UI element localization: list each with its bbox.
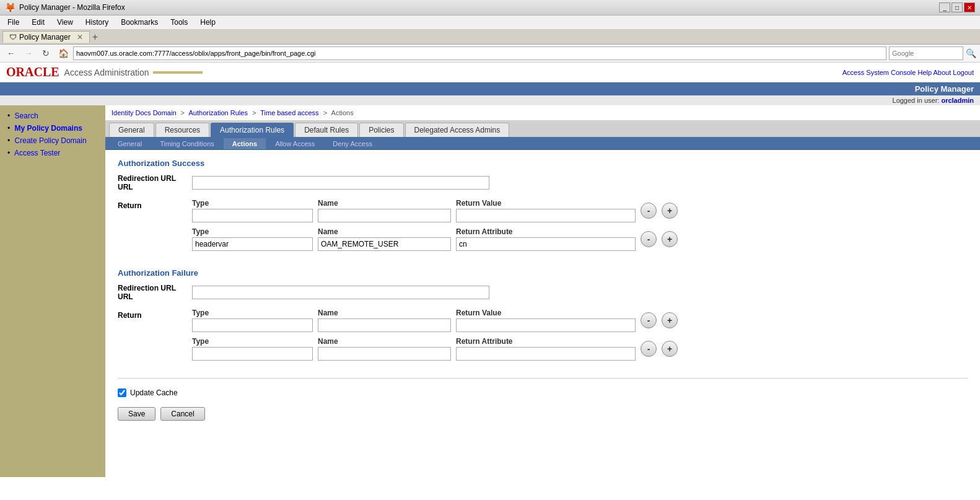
firefox-icon: 🦊 xyxy=(5,2,15,12)
sidebar-item-search[interactable]: • Search xyxy=(7,112,100,120)
success-remove-btn-1[interactable]: - xyxy=(641,203,657,219)
tab-default-rules[interactable]: Default Rules xyxy=(295,123,358,137)
tab-sec-general[interactable]: General xyxy=(109,138,151,149)
tab-authorization-rules[interactable]: Authorization Rules xyxy=(211,123,294,137)
home-button[interactable]: 🏠 xyxy=(56,46,71,60)
auth-failure-title: Authorization Failure xyxy=(118,268,968,278)
success-return-label: Return xyxy=(118,199,192,210)
menu-file[interactable]: File xyxy=(2,17,24,28)
failure-col-name-header-2: Name xyxy=(318,337,451,346)
search-go-icon[interactable]: 🔍 xyxy=(966,48,976,58)
link-help[interactable]: Help xyxy=(917,69,932,76)
success-return-value-input-1[interactable] xyxy=(456,209,636,222)
link-access-system-console[interactable]: Access System Console xyxy=(842,69,916,76)
main-layout: • Search • My Policy Domains • Create Po… xyxy=(0,105,980,477)
oracle-subtitle: Access Administration xyxy=(64,68,149,77)
url-input[interactable] xyxy=(73,46,886,60)
cancel-button[interactable]: Cancel xyxy=(160,407,204,421)
success-name-input-1[interactable] xyxy=(318,209,451,222)
tab-sec-actions[interactable]: Actions xyxy=(224,138,266,149)
sidebar-item-my-policy-domains[interactable]: • My Policy Domains xyxy=(7,124,100,133)
address-bar: ← → ↻ 🏠 🔍 xyxy=(0,45,980,63)
auth-failure-section: Authorization Failure Redirection URL UR… xyxy=(118,268,968,366)
link-logout[interactable]: Logout xyxy=(953,69,974,76)
tab-close-icon[interactable]: ✕ xyxy=(77,33,83,42)
failure-add-btn-1[interactable]: + xyxy=(662,312,678,328)
success-col-return-value-header: Return Value xyxy=(456,199,636,208)
logged-in-prefix: Logged in user: xyxy=(893,97,940,104)
tab-sec-timing[interactable]: Timing Conditions xyxy=(151,138,223,149)
success-type-input-2[interactable] xyxy=(192,237,313,251)
success-return-row-2: Type Name Return Attribute - xyxy=(192,227,968,251)
new-tab-button[interactable]: + xyxy=(92,32,98,43)
close-button[interactable]: ✕ xyxy=(964,2,975,12)
failure-return-attr-input-2[interactable] xyxy=(456,347,636,361)
failure-col-type-header-2: Type xyxy=(192,337,313,346)
menu-view[interactable]: View xyxy=(52,17,78,28)
maximize-button[interactable]: □ xyxy=(952,2,963,12)
failure-return-label: Return xyxy=(118,309,192,320)
failure-remove-btn-1[interactable]: - xyxy=(641,312,657,328)
browser-title: Policy Manager - Mozilla Firefox xyxy=(19,3,125,12)
menu-edit[interactable]: Edit xyxy=(27,17,50,28)
tab-resources[interactable]: Resources xyxy=(155,123,209,137)
breadcrumb-auth-rules[interactable]: Authorization Rules xyxy=(189,109,248,116)
failure-return-row-1: Type Name Return Value - xyxy=(192,309,968,332)
sidebar-item-create-policy-domain[interactable]: • Create Policy Domain xyxy=(7,136,100,145)
reload-button[interactable]: ↻ xyxy=(38,46,53,60)
menu-bar: File Edit View History Bookmarks Tools H… xyxy=(0,15,980,30)
secondary-tabs: General Timing Conditions Actions Allow … xyxy=(105,138,980,150)
link-about[interactable]: About xyxy=(934,69,952,76)
browser-titlebar: 🦊 Policy Manager - Mozilla Firefox _ □ ✕ xyxy=(0,0,980,15)
success-col-name-header-2: Name xyxy=(318,227,451,236)
menu-help[interactable]: Help xyxy=(195,17,221,28)
failure-col-name-header: Name xyxy=(318,309,451,317)
success-remove-btn-2[interactable]: - xyxy=(641,231,657,247)
sidebar-item-access-tester[interactable]: • Access Tester xyxy=(7,149,100,157)
failure-type-input-2[interactable] xyxy=(192,347,313,361)
success-type-input-1[interactable] xyxy=(192,209,313,222)
primary-tabs: General Resources Authorization Rules De… xyxy=(105,120,980,138)
failure-name-input-2[interactable] xyxy=(318,347,451,361)
update-cache-checkbox[interactable] xyxy=(118,388,126,397)
separator xyxy=(118,378,968,379)
success-add-btn-1[interactable]: + xyxy=(662,203,678,219)
success-redirect-input[interactable] xyxy=(192,176,489,190)
success-return-attr-input-2[interactable] xyxy=(456,237,636,251)
forward-button[interactable]: → xyxy=(21,46,36,60)
menu-tools[interactable]: Tools xyxy=(165,17,193,28)
search-input[interactable] xyxy=(889,46,963,60)
content-area: Identity Docs Domain > Authorization Rul… xyxy=(105,105,980,477)
menu-history[interactable]: History xyxy=(81,17,113,28)
failure-name-input-1[interactable] xyxy=(318,318,451,332)
failure-add-btn-2[interactable]: + xyxy=(662,341,678,357)
form-content: Authorization Success Redirection URL UR… xyxy=(105,150,980,429)
back-button[interactable]: ← xyxy=(4,46,19,60)
tab-sec-deny-access[interactable]: Deny Access xyxy=(324,138,381,149)
auth-success-section: Authorization Success Redirection URL UR… xyxy=(118,159,968,256)
failure-type-input-1[interactable] xyxy=(192,318,313,332)
window-controls: _ □ ✕ xyxy=(939,2,975,12)
tab-general[interactable]: General xyxy=(109,123,154,137)
breadcrumb-identity-docs[interactable]: Identity Docs Domain xyxy=(112,109,177,116)
success-name-input-2[interactable] xyxy=(318,237,451,251)
save-button[interactable]: Save xyxy=(118,407,155,421)
breadcrumb-time-based[interactable]: Time based access xyxy=(260,109,318,116)
menu-bookmarks[interactable]: Bookmarks xyxy=(116,17,163,28)
tab-label: Policy Manager xyxy=(19,33,71,42)
logged-in-user: orcladmin xyxy=(941,97,974,104)
success-add-btn-2[interactable]: + xyxy=(662,231,678,247)
success-col-name-header: Name xyxy=(318,199,451,208)
failure-return-value-input-1[interactable] xyxy=(456,318,636,332)
failure-return-row-2: Type Name Return Attribute - xyxy=(192,337,968,361)
policy-manager-label: Policy Manager xyxy=(915,84,974,94)
tab-sec-allow-access[interactable]: Allow Access xyxy=(266,138,323,149)
failure-redirect-label: Redirection URL URL xyxy=(118,284,192,301)
failure-redirect-input[interactable] xyxy=(192,286,489,299)
tab-delegated-access-admins[interactable]: Delegated Access Admins xyxy=(405,123,510,137)
browser-tab[interactable]: 🛡 Policy Manager ✕ xyxy=(2,31,90,43)
failure-remove-btn-2[interactable]: - xyxy=(641,341,657,357)
success-col-return-attr-header: Return Attribute xyxy=(456,227,636,236)
tab-policies[interactable]: Policies xyxy=(359,123,403,137)
minimize-button[interactable]: _ xyxy=(939,2,950,12)
